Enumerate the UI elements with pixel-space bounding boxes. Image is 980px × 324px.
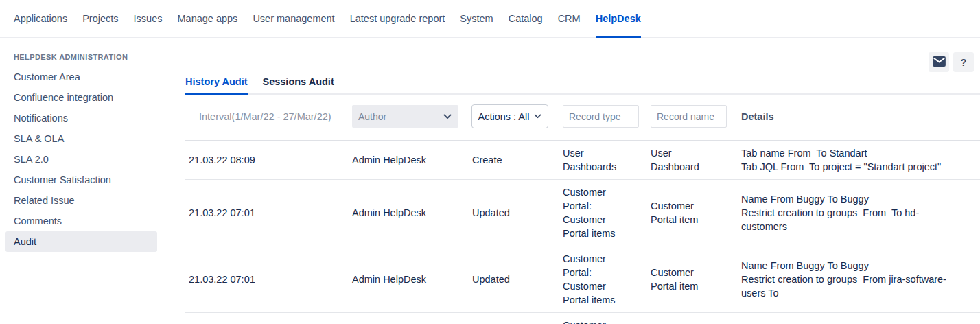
nav-item-catalog[interactable]: Catalog (501, 0, 550, 38)
row-record-name: User Dashboard (647, 146, 738, 174)
row-author: Admin HelpDesk (349, 153, 469, 167)
row-action: Create (469, 153, 559, 167)
row-author: Admin HelpDesk (349, 206, 469, 220)
sidebar-item-sla-ola[interactable]: SLA & OLA (5, 128, 157, 149)
row-author: Admin HelpDesk (349, 273, 469, 286)
audit-table-row: 21.03.22 07:01 Admin HelpDesk Updated Cu… (185, 246, 980, 313)
actions-filter-label: Actions : All (478, 111, 530, 122)
row-record-name: Customer Portal item (647, 199, 738, 227)
row-record-type: User Dashboards (559, 146, 647, 174)
audit-tabs: History Audit Sessions Audit (185, 72, 980, 95)
row-record-name: Customer Portal item (647, 266, 738, 293)
mail-icon (933, 56, 946, 69)
author-select-placeholder: Author (358, 111, 386, 122)
row-action: Updated (469, 273, 559, 286)
audit-table-row: 21.03.22 08:09 Admin HelpDesk Create Use… (185, 141, 980, 180)
nav-item-projects[interactable]: Projects (75, 0, 126, 38)
sidebar-item-customer-satisfaction[interactable]: Customer Satisfaction (5, 170, 157, 190)
audit-filter-row: Interval(1/Mar/22 - 27/Mar/22) Author Ac… (185, 95, 980, 141)
details-column-header: Details (738, 111, 980, 122)
sidebar-item-comments[interactable]: Comments (5, 211, 157, 231)
row-action: Updated (469, 206, 559, 220)
audit-main-panel: ? History Audit Sessions Audit Interval(… (163, 38, 980, 324)
row-record-type: Customer Portal: Customer Portal items (559, 185, 647, 240)
row-record-type: Customer Portal: Customer Portal items (559, 252, 647, 307)
record-type-input[interactable] (563, 105, 639, 128)
audit-table-row: 21.03.22 07:01 Admin HelpDesk Updated Cu… (185, 180, 980, 246)
sidebar-item-audit[interactable]: Audit (5, 231, 157, 252)
help-button[interactable]: ? (953, 52, 974, 72)
sidebar-item-confluence-integration[interactable]: Confluence integration (5, 87, 157, 108)
audit-table-row: 21.03.22 07:00 Admin HelpDesk Updated Cu… (185, 313, 980, 324)
tab-history-audit[interactable]: History Audit (185, 72, 248, 95)
sidebar-item-related-issue[interactable]: Related Issue (5, 190, 157, 211)
tab-sessions-audit[interactable]: Sessions Audit (263, 72, 334, 95)
chevron-down-icon (443, 114, 452, 119)
sidebar-item-sla-2-0[interactable]: SLA 2.0 (5, 149, 157, 170)
toolbar-icons: ? (185, 38, 980, 72)
row-details: Tab name From To Standart Tab JQL From T… (738, 146, 980, 174)
row-date: 21.03.22 07:01 (185, 206, 349, 220)
nav-item-crm[interactable]: CRM (550, 0, 588, 38)
nav-item-user-management[interactable]: User management (245, 0, 342, 38)
helpdesk-admin-sidebar: HELPDESK ADMINISTRATION Customer Area Co… (0, 38, 163, 324)
top-navigation: Applications Projects Issues Manage apps… (0, 0, 980, 38)
nav-item-latest-upgrade-report[interactable]: Latest upgrade report (342, 0, 453, 38)
interval-label[interactable]: Interval(1/Mar/22 - 27/Mar/22) (185, 111, 349, 122)
sidebar-item-notifications[interactable]: Notifications (5, 108, 157, 128)
sidebar-section-title: HELPDESK ADMINISTRATION (0, 53, 163, 67)
nav-item-applications[interactable]: Applications (6, 0, 75, 38)
record-name-input[interactable] (651, 105, 727, 128)
author-select[interactable]: Author (352, 105, 458, 128)
nav-item-system[interactable]: System (452, 0, 500, 38)
nav-item-issues[interactable]: Issues (126, 0, 170, 38)
chevron-down-icon (534, 114, 541, 119)
row-record-type: Customer Portal: Customer Portal items (559, 319, 647, 324)
row-date: 21.03.22 07:01 (185, 273, 349, 286)
row-details: Name From Buggy To Buggy Restrict creati… (738, 259, 980, 300)
actions-filter-button[interactable]: Actions : All (471, 104, 548, 128)
row-date: 21.03.22 08:09 (185, 153, 349, 167)
nav-item-manage-apps[interactable]: Manage apps (170, 0, 246, 38)
nav-item-helpdesk[interactable]: HelpDesk (588, 0, 649, 38)
row-details: Name From Buggy To Buggy Restrict creati… (738, 192, 980, 233)
mail-button[interactable] (929, 52, 949, 72)
sidebar-item-customer-area[interactable]: Customer Area (5, 67, 157, 87)
